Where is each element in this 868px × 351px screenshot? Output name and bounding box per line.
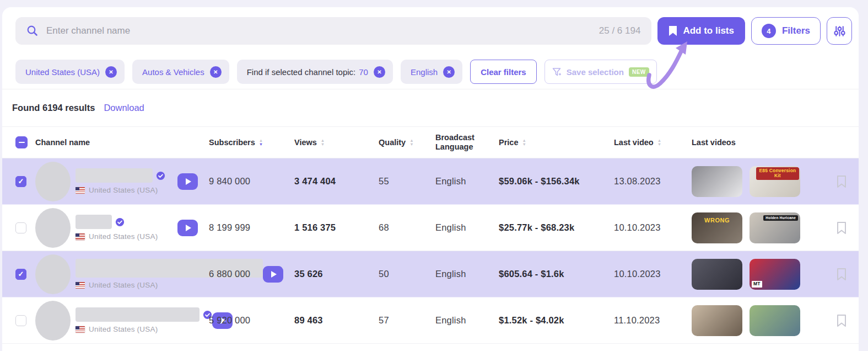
remove-filter-icon[interactable]: ✕: [374, 66, 385, 78]
remove-filter-icon[interactable]: ✕: [210, 66, 222, 78]
row-checkbox[interactable]: [15, 176, 26, 187]
channel-name-redacted: [76, 215, 112, 229]
bookmark-icon[interactable]: [836, 175, 847, 188]
last-videos-cell: MT: [692, 259, 829, 290]
column-header-views[interactable]: Views ▲▼: [294, 138, 379, 147]
bookmark-icon[interactable]: [836, 268, 847, 281]
column-header-quality[interactable]: Quality ▲▼: [379, 138, 435, 147]
search-box: 25 / 6 194: [15, 17, 651, 45]
last-videos-cell: [692, 305, 829, 336]
youtube-play-button[interactable]: [177, 220, 198, 236]
last-video-date-cell: 13.08.2023: [614, 176, 692, 187]
sort-icon: ▲▼: [409, 139, 413, 147]
quality-cell: 50: [379, 269, 435, 279]
select-all-checkbox[interactable]: [15, 136, 28, 148]
download-link[interactable]: Download: [104, 103, 144, 113]
bookmark-icon[interactable]: [836, 314, 847, 327]
sort-icon: ▲▼: [259, 139, 263, 147]
avatar: [35, 254, 71, 294]
table-row: United States (USA) 5 920 000 89 463 57 …: [2, 297, 859, 344]
remove-filter-icon[interactable]: ✕: [105, 66, 117, 78]
channel-cell: United States (USA): [35, 208, 209, 248]
us-flag-icon: [76, 282, 85, 289]
row-checkbox[interactable]: [15, 222, 26, 233]
bookmark-icon: [668, 26, 677, 36]
us-flag-icon: [76, 233, 85, 240]
video-thumbnail[interactable]: [692, 259, 742, 290]
subscribers-cell: 9 840 000: [209, 176, 294, 187]
country-label: United States (USA): [89, 186, 158, 194]
column-header-subscribers[interactable]: Subscribers ▲▼: [209, 138, 294, 147]
advanced-filters-button[interactable]: [827, 17, 852, 45]
country-label: United States (USA): [89, 325, 158, 333]
video-thumbnail[interactable]: [750, 305, 800, 336]
last-video-date-cell: 10.10.2023: [614, 222, 692, 233]
views-cell: 1 516 375: [294, 222, 379, 233]
subscribers-cell: 6 880 000: [209, 269, 294, 279]
avatar: [35, 301, 71, 341]
sort-icon: ▲▼: [321, 139, 325, 147]
table-header: Channel name Subscribers ▲▼ Views ▲▼ Qua…: [2, 126, 859, 158]
avatar: [35, 162, 71, 201]
sort-icon: ▲▼: [657, 139, 661, 147]
selection-counter: 25 / 6 194: [599, 25, 641, 36]
language-cell: English: [435, 269, 499, 279]
funnel-plus-icon: [552, 67, 562, 77]
table-row: United States (USA) 9 840 000 3 474 404 …: [2, 158, 859, 205]
column-header-price[interactable]: Price ▲▼: [499, 138, 614, 147]
channel-name-redacted: [76, 168, 153, 183]
row-checkbox[interactable]: [15, 269, 26, 280]
table-row: United States (USA) 8 199 999 1 516 375 …: [2, 205, 859, 251]
last-videos-cell: WRONG Holden Huricane: [692, 212, 829, 243]
results-bar: Found 6194 results Download: [2, 89, 859, 113]
verified-badge-icon: [115, 217, 125, 227]
save-selection-label: Save selection: [567, 67, 624, 77]
price-cell: $605.64 - $1.6k: [499, 269, 614, 279]
price-cell: $25.77k - $68.23k: [499, 222, 614, 233]
add-to-lists-label: Add to lists: [683, 25, 734, 36]
video-thumbnail[interactable]: MT: [750, 259, 800, 290]
video-thumbnail[interactable]: [692, 305, 742, 336]
language-cell: English: [435, 222, 499, 233]
row-checkbox[interactable]: [15, 315, 26, 326]
filters-button[interactable]: 4 Filters: [751, 17, 821, 45]
column-header-last-video[interactable]: Last video ▲▼: [614, 138, 692, 147]
filter-chip-language: English ✕: [401, 60, 462, 84]
search-input[interactable]: [46, 25, 591, 36]
last-video-date-cell: 10.10.2023: [614, 269, 692, 279]
thumbnail-caption: E85 Conversion Kit: [756, 167, 799, 180]
country-label: United States (USA): [89, 281, 158, 289]
new-badge: NEW: [629, 67, 649, 77]
column-header-broadcast-language: Broadcast Language: [435, 133, 499, 151]
subscribers-cell: 8 199 999: [209, 222, 294, 233]
search-icon: [26, 25, 39, 37]
subscribers-cell: 5 920 000: [209, 315, 294, 326]
youtube-play-button[interactable]: [177, 173, 198, 190]
active-filters-row: United States (USA) ✕ Autos & Vehicles ✕…: [2, 60, 859, 89]
video-thumbnail[interactable]: E85 Conversion Kit: [750, 166, 800, 197]
filters-count-badge: 4: [762, 24, 776, 38]
save-selection-button[interactable]: Save selection NEW: [544, 60, 657, 84]
bookmark-icon[interactable]: [836, 221, 847, 235]
add-to-lists-button[interactable]: Add to lists: [657, 17, 745, 45]
channel-cell: United States (USA): [35, 162, 209, 201]
table-row: United States (USA) 6 880 000 35 626 50 …: [2, 251, 859, 297]
results-panel: 25 / 6 194 Add to lists 4 Filters U: [2, 7, 859, 351]
remove-filter-icon[interactable]: ✕: [443, 66, 455, 78]
video-thumbnail[interactable]: WRONG: [692, 212, 742, 243]
channel-name-redacted: [76, 307, 200, 322]
table-body: United States (USA) 9 840 000 3 474 404 …: [2, 158, 859, 344]
price-cell: $59.06k - $156.34k: [499, 176, 614, 187]
video-thumbnail[interactable]: Holden Huricane: [750, 212, 800, 243]
clear-filters-button[interactable]: Clear filters: [470, 60, 537, 84]
country-label: United States (USA): [89, 232, 158, 241]
avatar: [35, 208, 71, 248]
quality-cell: 68: [379, 222, 435, 233]
price-cell: $1.52k - $4.02k: [499, 315, 614, 326]
video-thumbnail[interactable]: [692, 166, 742, 197]
us-flag-icon: [76, 326, 85, 333]
results-count: Found 6194 results: [12, 103, 95, 113]
last-video-date-cell: 11.10.2023: [614, 315, 692, 326]
filters-label: Filters: [782, 25, 810, 36]
filter-chip-topic: Find if selected channel topic: 70 ✕: [237, 60, 393, 84]
